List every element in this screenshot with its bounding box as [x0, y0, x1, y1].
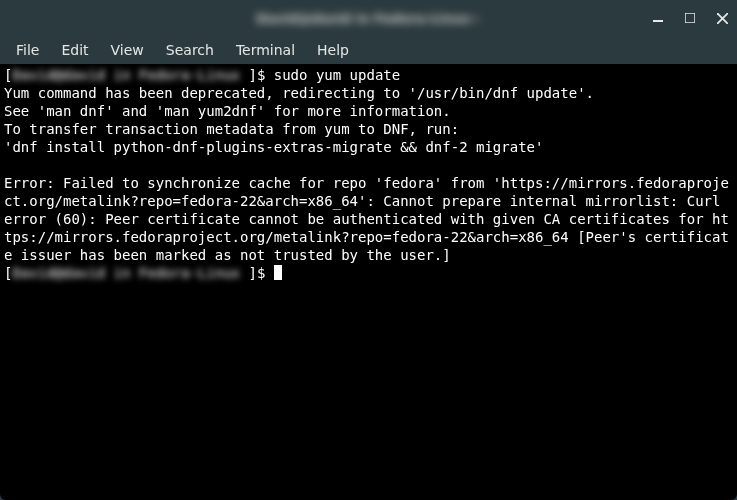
window-title: David@david in Fedora-Linux~	[256, 11, 480, 26]
menu-search[interactable]: Search	[156, 39, 224, 61]
close-button[interactable]	[715, 11, 729, 25]
menu-edit[interactable]: Edit	[51, 39, 98, 61]
cursor-icon	[274, 265, 282, 280]
terminal-output: Yum command has been deprecated, redirec…	[4, 85, 729, 263]
prompt-user-host: David@david in Fedora-Linux	[12, 265, 248, 281]
prompt-suffix: ]$	[248, 265, 273, 281]
svg-rect-1	[685, 13, 695, 23]
menu-file[interactable]: File	[6, 39, 49, 61]
menu-help[interactable]: Help	[307, 39, 359, 61]
maximize-button[interactable]	[683, 11, 697, 25]
svg-rect-0	[653, 20, 663, 22]
terminal-area[interactable]: [David@david in Fedora-Linux ]$ sudo yum…	[0, 64, 737, 500]
window-controls	[651, 0, 729, 36]
menubar: File Edit View Search Terminal Help	[0, 36, 737, 64]
menu-view[interactable]: View	[101, 39, 154, 61]
menu-terminal[interactable]: Terminal	[226, 39, 305, 61]
prompt-suffix: ]$	[248, 67, 273, 83]
minimize-button[interactable]	[651, 11, 665, 25]
titlebar: David@david in Fedora-Linux~	[0, 0, 737, 36]
command-text: sudo yum update	[274, 67, 400, 83]
prompt-user-host: David@david in Fedora-Linux	[12, 67, 248, 83]
